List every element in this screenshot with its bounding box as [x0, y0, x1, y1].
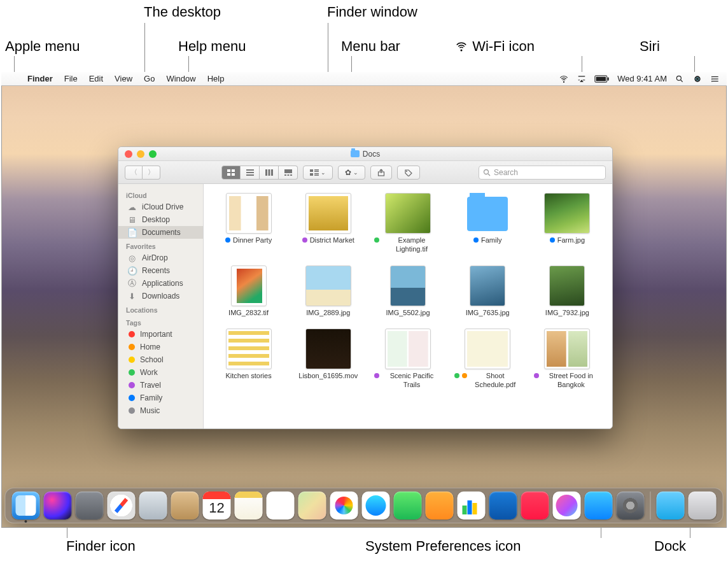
sidebar-item-label: Downloads: [142, 292, 179, 301]
notification-center-icon[interactable]: [710, 74, 720, 83]
file-item[interactable]: Dinner Party: [215, 193, 282, 254]
file-item[interactable]: IMG_2832.tif: [215, 265, 282, 318]
dock-reminders-icon[interactable]: [267, 492, 295, 520]
svg-rect-14: [227, 173, 230, 176]
view-columns-button[interactable]: [260, 166, 279, 180]
file-item[interactable]: IMG_5502.jpg: [374, 265, 441, 318]
tag-dot-icon: [129, 344, 135, 350]
file-thumbnail: [226, 193, 272, 234]
sidebar-item-label: iCloud Drive: [142, 202, 183, 211]
group-by-button[interactable]: ⌄: [303, 166, 333, 180]
apple-menu[interactable]: [10, 72, 22, 86]
menu-window[interactable]: Window: [160, 72, 201, 86]
dock-messages-icon[interactable]: [362, 492, 390, 520]
file-name-label: Shoot Schedule.pdf: [470, 372, 521, 390]
siri-icon[interactable]: [692, 74, 703, 83]
sidebar-item-travel[interactable]: Travel: [118, 379, 203, 392]
dock-downloads-icon[interactable]: [657, 492, 685, 520]
dock-appstore-icon[interactable]: [585, 492, 613, 520]
annotation-wifi-icon: Wi-Fi icon: [454, 38, 535, 55]
svg-line-35: [488, 174, 490, 176]
dock-finder-icon[interactable]: [12, 492, 40, 520]
view-list-button[interactable]: [241, 166, 260, 180]
file-item[interactable]: PDFShoot Schedule.pdf: [454, 329, 521, 390]
dock-photos-icon[interactable]: [330, 492, 358, 520]
menu-view[interactable]: View: [109, 72, 138, 86]
file-thumbnail: [385, 193, 431, 234]
file-item[interactable]: IMG_7635.jpg: [454, 265, 521, 318]
sidebar-item-work[interactable]: Work: [118, 366, 203, 379]
file-thumbnail: [305, 329, 351, 369]
dock-numbers-icon[interactable]: [458, 492, 486, 520]
dock-keynote-icon[interactable]: [489, 492, 517, 520]
close-button[interactable]: [125, 150, 132, 158]
finder-titlebar[interactable]: Docs: [118, 147, 612, 161]
dock-trash-icon[interactable]: [689, 492, 717, 520]
dock-maps-icon[interactable]: [298, 492, 326, 520]
dock-contacts-icon[interactable]: [171, 492, 199, 520]
file-item[interactable]: IMG_7932.jpg: [534, 265, 601, 318]
dock-launchpad-icon[interactable]: [76, 492, 104, 520]
dock-mail-icon[interactable]: [139, 492, 167, 520]
menubar-clock[interactable]: Wed 9:41 AM: [617, 74, 667, 83]
spotlight-icon[interactable]: [675, 74, 685, 83]
file-item[interactable]: Scenic Pacific Trails: [374, 329, 441, 390]
airplay-icon[interactable]: [577, 74, 587, 83]
file-item[interactable]: Street Food in Bangkok: [534, 329, 601, 390]
annotation-help-menu: Help menu: [178, 38, 246, 55]
sidebar-item-airdrop[interactable]: ◎AirDrop: [118, 251, 203, 264]
dock-itunes-icon[interactable]: [553, 492, 581, 520]
file-item[interactable]: IMG_2889.jpg: [295, 265, 361, 318]
dock-facetime-icon[interactable]: [394, 492, 422, 520]
dock-notes-icon[interactable]: [235, 492, 263, 520]
sidebar-item-label: Important: [140, 330, 172, 339]
tags-button[interactable]: [397, 166, 420, 180]
view-mode-segment: [221, 166, 298, 180]
back-button[interactable]: 〈: [125, 166, 143, 180]
finder-content[interactable]: Dinner PartyDistrict MarketExample Light…: [204, 184, 612, 428]
sidebar-item-desktop[interactable]: 🖥Desktop: [118, 213, 203, 226]
file-item[interactable]: Family: [454, 193, 521, 254]
sidebar-item-downloads[interactable]: ⬇︎Downloads: [118, 290, 203, 302]
wifi-icon[interactable]: [559, 74, 569, 83]
sidebar-item-documents[interactable]: 📄Documents: [118, 226, 203, 239]
sidebar-item-icloud-drive[interactable]: ☁︎iCloud Drive: [118, 201, 203, 213]
sidebar-item-applications[interactable]: ⒶApplications: [118, 277, 203, 290]
file-item[interactable]: District Market: [295, 193, 361, 254]
sidebar-item-recents[interactable]: 🕘Recents: [118, 264, 203, 277]
dock-news-icon[interactable]: [521, 492, 549, 520]
menu-help[interactable]: Help: [202, 72, 230, 86]
search-field[interactable]: Search: [479, 166, 606, 180]
forward-button[interactable]: 〉: [143, 166, 160, 180]
menu-app-name[interactable]: Finder: [22, 72, 59, 86]
dock-siri-icon[interactable]: [44, 492, 72, 520]
sidebar-item-school[interactable]: School: [118, 353, 203, 366]
tag-dot-icon: [534, 373, 539, 378]
zoom-button[interactable]: [149, 150, 157, 158]
file-item[interactable]: Kitchen stories: [215, 329, 282, 390]
sidebar-item-important[interactable]: Important: [118, 328, 203, 341]
action-menu-button[interactable]: ✿⌄: [338, 166, 365, 180]
dock-calendar-icon[interactable]: 12: [203, 492, 231, 520]
menu-file[interactable]: File: [59, 72, 83, 86]
menu-edit[interactable]: Edit: [83, 72, 109, 86]
file-item[interactable]: Lisbon_61695.mov: [295, 329, 361, 390]
file-item[interactable]: Farm.jpg: [534, 193, 601, 254]
share-button[interactable]: [370, 166, 392, 180]
sidebar-item-music[interactable]: Music: [118, 404, 203, 417]
view-icons-button[interactable]: [221, 166, 241, 180]
file-item[interactable]: Example Lighting.tif: [374, 193, 441, 254]
battery-icon[interactable]: [594, 75, 610, 83]
dock-sysprefs-icon[interactable]: [617, 492, 645, 520]
minimize-button[interactable]: [137, 150, 144, 158]
sidebar-item-label: Applications: [142, 279, 183, 288]
finder-window: Docs 〈 〉: [118, 146, 613, 429]
menu-go[interactable]: Go: [138, 72, 160, 86]
view-gallery-button[interactable]: [279, 166, 298, 180]
svg-point-11: [711, 80, 713, 81]
dock-safari-icon[interactable]: [108, 492, 136, 520]
dock-pages-icon[interactable]: [426, 492, 454, 520]
desktop[interactable]: Docs 〈 〉: [1, 72, 727, 528]
sidebar-item-family[interactable]: Family: [118, 392, 203, 404]
sidebar-item-home[interactable]: Home: [118, 341, 203, 353]
